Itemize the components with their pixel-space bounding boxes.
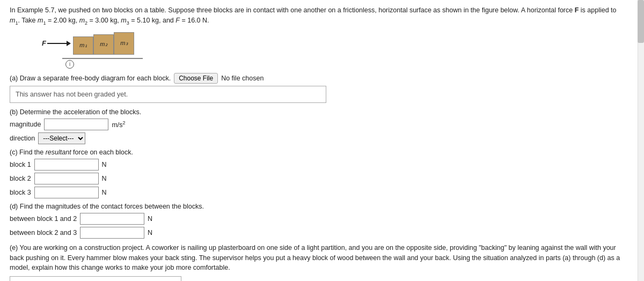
F-val: F [175, 17, 180, 24]
no-file-label: No file chosen [221, 75, 264, 82]
part-d-b12-row: between block 1 and 2 N [10, 213, 624, 225]
part-b-magnitude-row: magnitude m/s2 [10, 119, 624, 130]
magnitude-label: magnitude [10, 121, 41, 128]
block-m1: m₁ [73, 36, 93, 55]
part-d: (d) Find the magnitudes of the contact f… [10, 203, 624, 239]
magnitude-input[interactable] [44, 119, 108, 130]
part-b-direction-row: direction ---Select--- positive x negati… [10, 132, 624, 144]
force-bold: F [575, 6, 579, 14]
force-arrow: F [42, 39, 71, 47]
scrollbar-thumb[interactable] [638, 0, 644, 43]
between23-unit: N [148, 229, 152, 236]
block1-input[interactable] [34, 159, 99, 171]
part-a-not-graded: This answer has not been graded yet. [16, 91, 128, 98]
part-e-label: (e) You are working on a construction pr… [10, 243, 624, 273]
part-c-block2-row: block 2 N [10, 173, 624, 184]
part-d-b23-row: between block 2 and 3 N [10, 227, 624, 239]
force-arrow-label: F [42, 39, 46, 47]
m3-val-sub: 3 [127, 20, 129, 25]
block2-label: m₂ [100, 41, 107, 48]
m1-val-sub: 1 [43, 20, 46, 25]
block1-label: m₁ [79, 42, 86, 49]
block1-unit: N [102, 161, 107, 168]
block3-label: m₃ [120, 40, 127, 47]
problem-statement: In Example 5.7, we pushed on two blocks … [10, 5, 624, 27]
block3-label-c: block 3 [10, 189, 31, 196]
part-a-answer-box: This answer has not been graded yet. [10, 86, 326, 103]
part-c-block1-row: block 1 N [10, 159, 624, 171]
m1-ref: m [10, 17, 15, 24]
figure-area: F m₁ m₂ m₃ i [26, 32, 624, 69]
block-m2: m₂ [93, 34, 114, 55]
part-b: (b) Determine the acceleration of the bl… [10, 108, 624, 144]
between12-unit: N [148, 215, 152, 223]
block2-input[interactable] [34, 173, 99, 184]
part-b-label: (b) Determine the acceleration of the bl… [10, 108, 624, 116]
between23-label: between block 2 and 3 [10, 229, 77, 236]
part-a: (a) Draw a separate free-body diagram fo… [10, 73, 624, 103]
between12-label: between block 1 and 2 [10, 215, 77, 223]
part-c-label: (c) Find the resultant force on each blo… [10, 149, 624, 156]
part-d-label: (d) Find the magnitudes of the contact f… [10, 203, 624, 210]
part-c-block3-row: block 3 N [10, 187, 624, 198]
direction-select[interactable]: ---Select--- positive x negative x [38, 132, 85, 144]
choose-file-button[interactable]: Choose File [174, 73, 218, 84]
scrollbar-track[interactable] [638, 0, 644, 281]
between23-input[interactable] [80, 227, 144, 239]
block3-input[interactable] [34, 187, 99, 198]
resultant-label: resultant [46, 149, 71, 156]
block3-unit: N [102, 189, 107, 196]
info-icon[interactable]: i [65, 60, 74, 69]
surface-line [62, 58, 143, 59]
block-m3: m₃ [114, 32, 134, 55]
part-c: (c) Find the resultant force on each blo… [10, 149, 624, 198]
m1-val-label: m [38, 17, 43, 24]
blocks: m₁ m₂ m₃ [73, 32, 134, 55]
m2-val-label: m [79, 17, 85, 24]
part-a-label: (a) Draw a separate free-body diagram fo… [10, 75, 171, 82]
block2-label-c: block 2 [10, 175, 31, 182]
block1-label-c: block 1 [10, 161, 31, 168]
part-e: (e) You are working on a construction pr… [10, 243, 624, 281]
direction-label: direction [10, 135, 35, 142]
m2-val-sub: 2 [85, 20, 87, 25]
between12-input[interactable] [80, 213, 144, 225]
magnitude-unit: m/s2 [112, 120, 125, 129]
block2-unit: N [102, 175, 107, 182]
m1-sub: 1 [15, 20, 18, 25]
part-e-textarea[interactable] [10, 276, 181, 281]
part-a-row: (a) Draw a separate free-body diagram fo… [10, 73, 624, 84]
m3-val-label: m [121, 17, 126, 24]
